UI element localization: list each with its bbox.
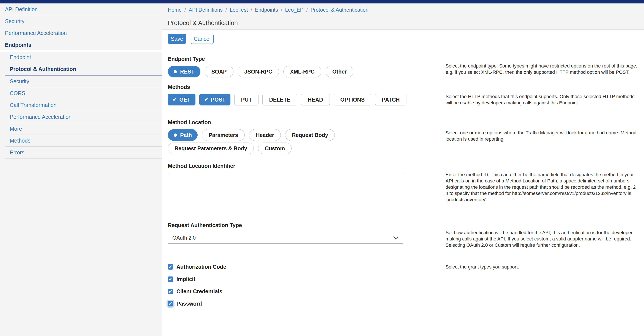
breadcrumb-link-endpoints[interactable]: Endpoints (255, 7, 278, 13)
checkmark-icon: ✔ (173, 97, 177, 102)
checkbox-label: Client Credentials (176, 288, 222, 295)
method-delete-toggle[interactable]: DELETE (262, 94, 297, 105)
methods-label: Methods (168, 84, 446, 90)
selected-dot-icon (174, 134, 177, 137)
option-label: PUT (241, 97, 252, 103)
sidebar-item-endpoint[interactable]: Endpoint (0, 51, 162, 63)
sidebar-item-call-transformation[interactable]: Call Transformation (0, 99, 162, 111)
toolbar: Save Cancel (168, 34, 639, 51)
sidebar-item-more[interactable]: More (0, 123, 162, 135)
breadcrumb-link-home[interactable]: Home (168, 7, 182, 13)
sidebar-item-security[interactable]: Security (0, 15, 162, 27)
methods-options: ✔GET✔POSTPUTDELETEHEADOPTIONSPATCH (168, 94, 446, 105)
header-option[interactable]: Header (249, 129, 281, 141)
sidebar-item-label: Protocol & Authentication (10, 66, 76, 72)
save-button[interactable]: Save (168, 34, 186, 44)
request-auth-type-help: Set how authentication will be handled f… (446, 222, 639, 248)
main-content: Home/API Definitions/LeoTest/Endpoints/L… (162, 3, 644, 336)
password-checkbox[interactable]: ✔ (168, 301, 173, 307)
xml-rpc-option[interactable]: XML-RPC (283, 66, 321, 77)
option-label: DELETE (269, 97, 290, 103)
option-label: Parameters (208, 132, 238, 138)
sidebar-item-methods[interactable]: Methods (0, 135, 162, 147)
grant-types-help: Select the grant types you support. (446, 264, 639, 307)
parameters-option[interactable]: Parameters (202, 129, 245, 141)
cancel-button[interactable]: Cancel (191, 34, 214, 44)
method-patch-toggle[interactable]: PATCH (375, 94, 406, 105)
rest-option[interactable]: REST (168, 66, 200, 77)
breadcrumb-link-leo-ep[interactable]: Leo_EP (285, 7, 304, 13)
endpoint-type-row: Endpoint Type RESTSOAPJSON-RPCXML-RPCOth… (168, 56, 639, 77)
checkbox-label: Implicit (176, 276, 196, 282)
sidebar-item-performance-acceleration[interactable]: Performance Acceleration (0, 27, 162, 39)
breadcrumb-separator: / (306, 7, 308, 13)
option-label: Path (180, 132, 192, 138)
request-parameters-and-body-option[interactable]: Request Parameters & Body (168, 143, 254, 154)
sidebar-item-label: Errors (10, 150, 24, 156)
checkmark-icon: ✔ (168, 277, 172, 282)
sidebar-item-protocol-and-authentication[interactable]: Protocol & Authentication (0, 63, 162, 75)
option-label: Header (256, 132, 274, 138)
page-title: Protocol & Authentication (168, 19, 238, 26)
implicit-checkbox[interactable]: ✔ (168, 277, 173, 282)
method-head-toggle[interactable]: HEAD (301, 94, 330, 105)
soap-option[interactable]: SOAP (205, 66, 234, 77)
selected-dot-icon (174, 70, 177, 73)
sidebar-item-security[interactable]: Security (0, 75, 162, 87)
method-location-help: Select one or more options where the Tra… (446, 119, 639, 154)
checkmark-icon: ✔ (168, 302, 172, 306)
sidebar-item-errors[interactable]: Errors (0, 147, 162, 158)
method-location-label: Method Location (168, 119, 446, 126)
method-options-toggle[interactable]: OPTIONS (334, 94, 372, 105)
method-location-identifier-input[interactable] (168, 173, 403, 185)
client-credentials-checkbox[interactable]: ✔ (168, 289, 173, 294)
option-label: XML-RPC (290, 69, 315, 75)
breadcrumb: Home/API Definitions/LeoTest/Endpoints/L… (162, 3, 644, 16)
option-label: POST (211, 97, 226, 103)
method-location-identifier-row: Method Location Identifier Enter the met… (168, 163, 639, 203)
request-auth-type-row: Request Authentication Type OAuth 2.0 Se… (168, 222, 639, 248)
sidebar-item-label: Performance Acceleration (10, 114, 72, 120)
endpoint-type-help: Select the endpoint type. Some types mig… (446, 56, 639, 77)
sidebar-item-endpoints[interactable]: Endpoints (0, 39, 162, 51)
method-get-toggle[interactable]: ✔GET (168, 94, 196, 105)
custom-option[interactable]: Custom (258, 143, 292, 154)
other-option[interactable]: Other (326, 66, 354, 77)
path-option[interactable]: Path (168, 129, 198, 141)
breadcrumb-link-api-definitions[interactable]: API Definitions (189, 7, 223, 13)
grant-row-implicit: ✔Implicit (168, 276, 446, 282)
grant-type-options: ✔Authorization Code✔Implicit✔Client Cred… (168, 264, 446, 307)
option-label: Other (332, 69, 347, 75)
method-post-toggle[interactable]: ✔POST (199, 94, 231, 105)
breadcrumb-link-leotest[interactable]: LeoTest (230, 7, 248, 13)
checkbox-label: Password (176, 301, 202, 307)
breadcrumb-separator: / (184, 7, 186, 13)
sidebar-item-label: Security (10, 78, 29, 85)
page-title-row: Protocol & Authentication (162, 16, 644, 29)
sidebar-item-label: CORS (10, 90, 25, 96)
option-label: HEAD (308, 97, 323, 103)
sidebar-item-label: Methods (10, 138, 30, 144)
sidebar-item-label: Security (5, 18, 24, 24)
option-label: REST (180, 69, 194, 75)
sidebar-item-label: Performance Acceleration (5, 30, 67, 36)
grant-row-authorization-code: ✔Authorization Code (168, 264, 446, 270)
breadcrumb-separator: / (281, 7, 282, 13)
authorization-code-checkbox[interactable]: ✔ (168, 264, 173, 270)
option-label: JSON-RPC (244, 69, 272, 75)
breadcrumb-link-protocol-and-authentication[interactable]: Protocol & Authentication (310, 7, 368, 13)
endpoint-type-options: RESTSOAPJSON-RPCXML-RPCOther (168, 66, 416, 77)
sidebar-item-api-definition[interactable]: API Definition (0, 3, 162, 15)
sidebar-item-cors[interactable]: CORS (0, 87, 162, 99)
method-put-toggle[interactable]: PUT (234, 94, 258, 105)
request-body-option[interactable]: Request Body (285, 129, 335, 141)
sidebar-divider (5, 158, 162, 159)
sidebar-item-performance-acceleration[interactable]: Performance Acceleration (0, 111, 162, 123)
option-label: SOAP (212, 69, 227, 75)
checkmark-icon: ✔ (168, 265, 172, 269)
sidebar-item-label: More (10, 126, 22, 132)
option-label: Custom (265, 145, 285, 152)
chevron-down-icon (393, 236, 399, 240)
request-auth-type-select[interactable]: OAuth 2.0 (168, 232, 403, 244)
json-rpc-option[interactable]: JSON-RPC (238, 66, 279, 77)
